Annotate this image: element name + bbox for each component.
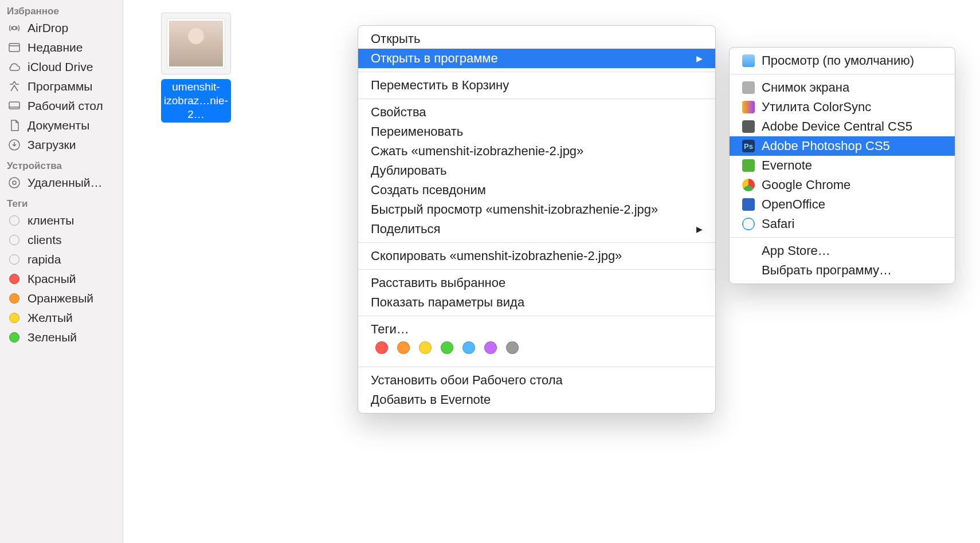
context-menu-item-label: Показать параметры вида [371,295,524,310]
tag-color-dot[interactable] [484,341,497,354]
context-menu-item[interactable]: Расставить выбранное [358,273,715,293]
context-menu-item-label: Сжать «umenshit-izobrazhenie-2.jpg» [371,144,583,159]
context-menu-item[interactable]: Открыть в программе▶ [358,49,715,68]
sidebar-item-label: Недавние [28,41,83,54]
openoffice-app-icon [742,198,755,211]
sidebar-item-label: iCloud Drive [28,60,93,74]
context-menu-item[interactable]: Создать псевдоним [358,180,715,200]
tag-color-dot[interactable] [375,341,388,354]
tag-color-dot[interactable] [419,341,432,354]
submenu-item[interactable]: Evernote [730,156,955,175]
sidebar-item-tag-klienty[interactable]: клиенты [0,211,123,230]
submenu-item-label: Evernote [762,158,812,173]
submenu-item[interactable]: PsAdobe Photoshop CS5 [730,136,955,156]
context-menu-item-label: Открыть [371,32,420,46]
file-item[interactable]: umenshit- izobraz…nie-2… [161,13,231,123]
context-menu-item[interactable]: Установить обои Рабочего стола [358,371,715,390]
context-menu-item-label: Поделиться [371,222,440,237]
menu-separator [730,237,955,238]
tag-color-dot[interactable] [462,341,475,354]
submenu-item[interactable]: Google Chrome [730,175,955,195]
file-thumbnail [161,13,231,74]
svg-rect-2 [9,102,19,109]
sidebar-item-documents[interactable]: Документы [0,116,123,135]
submenu-item[interactable]: App Store… [730,241,955,261]
sidebar-item-downloads[interactable]: Загрузки [0,135,123,155]
submenu-item[interactable]: OpenOffice [730,195,955,214]
tag-yellow-icon [7,310,22,325]
submenu-item-label: Adobe Device Central CS5 [762,119,912,134]
submenu-arrow-icon: ▶ [696,225,703,234]
sidebar-item-recents[interactable]: Недавние [0,38,123,57]
sidebar-section-header: Устройства [0,155,123,173]
preview-app-icon [742,54,755,67]
apps-icon [7,79,22,94]
sidebar-item-tag-green[interactable]: Зеленый [0,328,123,347]
context-menu-item[interactable]: Переименовать [358,122,715,141]
menu-separator [358,242,715,243]
downloads-icon [7,137,22,152]
tag-empty-icon [7,233,22,247]
context-menu-item[interactable]: Переместить в Корзину [358,76,715,95]
documents-icon [7,118,22,133]
context-menu-item[interactable]: Быстрый просмотр «umenshit-izobrazhenie-… [358,200,715,219]
context-menu-item[interactable]: Свойства [358,103,715,122]
sidebar-item-airdrop[interactable]: AirDrop [0,18,123,38]
sidebar-item-tag-orange[interactable]: Оранжевый [0,289,123,308]
context-menu-item[interactable]: Сжать «umenshit-izobrazhenie-2.jpg» [358,141,715,161]
submenu-item[interactable]: Просмотр (по умолчанию) [730,51,955,70]
sidebar-item-tag-rapida[interactable]: rapida [0,250,123,269]
submenu-item-label: Adobe Photoshop CS5 [762,139,890,154]
submenu-item-label: Выбрать программу… [762,263,892,278]
menu-separator [358,316,715,316]
evernote-app-icon [742,159,755,172]
context-menu-item-label: Теги… [371,322,409,337]
airdrop-icon [7,21,22,36]
sidebar-item-label: clients [28,233,62,247]
sidebar-item-label: клиенты [28,214,74,227]
context-menu-item[interactable]: Дублировать [358,161,715,180]
submenu-item[interactable]: Выбрать программу… [730,261,955,280]
icloud-icon [7,60,22,74]
tag-color-dot[interactable] [506,341,519,354]
sidebar-item-label: Желтый [28,311,73,325]
sidebar-item-remote[interactable]: Удаленный… [0,173,123,192]
menu-separator [730,74,955,74]
sidebar-item-apps[interactable]: Программы [0,77,123,96]
safari-app-icon [742,218,755,230]
colorsync-app-icon [742,101,755,113]
context-menu-item[interactable]: Поделиться▶ [358,219,715,239]
sidebar-item-tag-clients[interactable]: clients [0,230,123,250]
sidebar-item-tag-yellow[interactable]: Желтый [0,308,123,328]
context-menu-item[interactable]: Добавить в Evernote [358,390,715,410]
sidebar-item-desktop[interactable]: Рабочий стол [0,96,123,116]
sidebar-item-icloud[interactable]: iCloud Drive [0,57,123,77]
context-menu-item[interactable]: Показать параметры вида [358,293,715,312]
submenu-item-label: Просмотр (по умолчанию) [762,53,914,68]
context-menu-item[interactable]: Теги… [358,320,715,339]
menu-separator [358,99,715,99]
sidebar-item-tag-red[interactable]: Красный [0,269,123,289]
sidebar-item-label: Зеленый [28,330,77,344]
submenu-item[interactable]: Adobe Device Central CS5 [730,117,955,136]
context-menu-item-label: Установить обои Рабочего стола [371,373,563,388]
context-menu-item[interactable]: Открыть [358,29,715,49]
context-menu-item-label: Открыть в программе [371,51,498,66]
svg-point-0 [13,26,16,30]
sidebar-item-label: Удаленный… [28,176,103,190]
context-menu-item[interactable]: Скопировать «umenshit-izobrazhenie-2.jpg… [358,246,715,266]
tag-color-dot[interactable] [441,341,453,354]
sidebar-item-label: rapida [28,253,61,266]
context-menu-item-label: Скопировать «umenshit-izobrazhenie-2.jpg… [371,249,622,263]
context-menu-item-label: Свойства [371,105,426,120]
menu-separator [358,72,715,72]
tag-color-dot[interactable] [397,341,410,354]
file-name-label: umenshit- izobraz…nie-2… [161,79,231,123]
submenu-item-label: Утилита ColorSync [762,100,871,115]
svg-point-5 [13,181,16,184]
submenu-item[interactable]: Снимок экрана [730,78,955,97]
submenu-item[interactable]: Safari [730,214,955,234]
submenu-item[interactable]: Утилита ColorSync [730,97,955,117]
sidebar-section-header: Избранное [0,0,123,18]
disc-icon [7,175,22,190]
